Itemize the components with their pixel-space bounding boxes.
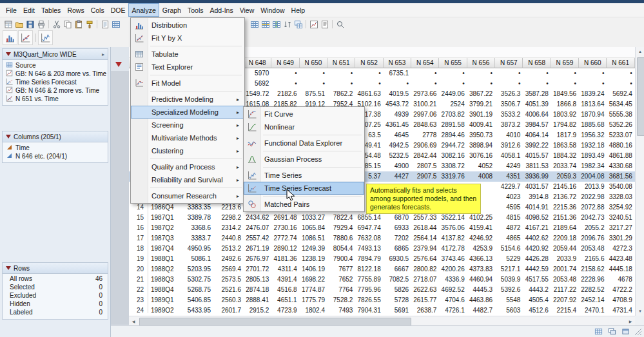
- red-triangle-icon[interactable]: [6, 266, 11, 270]
- data-cell[interactable]: •: [551, 79, 579, 89]
- data-cell[interactable]: 1885.68: [579, 120, 607, 130]
- graph-builder-icon[interactable]: [308, 19, 319, 30]
- menu-item-gaussian-process[interactable]: Gaussian Process: [244, 153, 364, 166]
- data-cell[interactable]: 4023: [495, 192, 523, 202]
- data-cell[interactable]: •: [439, 68, 467, 79]
- data-cell[interactable]: 2282.52: [579, 285, 607, 295]
- data-cell[interactable]: •: [467, 79, 495, 89]
- data-cell[interactable]: 7493.13: [355, 244, 383, 254]
- row-number-cell[interactable]: 24: [129, 305, 148, 313]
- row-number-cell[interactable]: 18: [129, 244, 148, 254]
- data-cell[interactable]: 4645: [384, 130, 411, 140]
- data-cell[interactable]: 6667: [384, 264, 411, 274]
- data-cell[interactable]: 7493: [327, 305, 355, 313]
- menubar-item-doe[interactable]: DOE: [108, 3, 129, 17]
- row-number-cell[interactable]: 23: [129, 295, 148, 305]
- data-cell[interactable]: 3743.46: [439, 254, 467, 264]
- data-cell[interactable]: 4463.86: [467, 295, 495, 305]
- data-cell[interactable]: 7862.2: [327, 89, 355, 99]
- data-cell[interactable]: 2055.2: [579, 223, 607, 233]
- data-cell[interactable]: •: [579, 68, 607, 79]
- distribution-icon[interactable]: [3, 30, 17, 45]
- data-cell[interactable]: 4445.18: [607, 264, 634, 274]
- data-cell[interactable]: 5555.38: [607, 110, 634, 120]
- data-cell[interactable]: •: [327, 79, 355, 89]
- data-cell[interactable]: 2117.22: [551, 285, 579, 295]
- data-cell[interactable]: 2072.88: [579, 202, 607, 213]
- data-cell[interactable]: 3873.2: [495, 120, 523, 130]
- data-cell[interactable]: 5634.45: [607, 99, 634, 110]
- menu-item-nonlinear[interactable]: Nonlinear: [244, 120, 364, 133]
- data-cell[interactable]: 2215.36: [551, 202, 579, 213]
- row-number-cell[interactable]: 17: [129, 233, 148, 244]
- window-icon[interactable]: [620, 327, 631, 337]
- data-cell[interactable]: 4517.55: [523, 274, 551, 285]
- script-icon[interactable]: [319, 19, 330, 30]
- data-cell[interactable]: 2691.48: [271, 213, 299, 223]
- data-cell[interactable]: •: [579, 79, 607, 89]
- data-cell[interactable]: 4330.68: [607, 161, 634, 171]
- data-cell[interactable]: 2564.14: [411, 233, 439, 244]
- data-cell[interactable]: 1794.82: [551, 120, 579, 130]
- data-cell[interactable]: 4723.9: [271, 305, 299, 313]
- sidebar-item-source[interactable]: Source: [6, 61, 106, 70]
- data-cell[interactable]: 7652: [327, 274, 355, 285]
- data-cell[interactable]: 4015.57: [523, 151, 551, 161]
- data-cell[interactable]: 1863.58: [551, 140, 579, 151]
- data-cell[interactable]: 5691: [384, 305, 411, 313]
- column-header-n-653[interactable]: N 653: [384, 58, 411, 68]
- time-cell[interactable]: 1987Q2: [148, 223, 175, 233]
- data-cell[interactable]: 4880.16: [607, 140, 634, 151]
- row-number-cell[interactable]: 16: [129, 223, 148, 233]
- data-cell[interactable]: 2807.5: [411, 161, 439, 171]
- data-cell[interactable]: 2615.77: [411, 295, 439, 305]
- data-cell[interactable]: 1839.24: [579, 89, 607, 99]
- data-cell[interactable]: 4181.36: [271, 254, 299, 264]
- column-header-n-657[interactable]: N 657: [495, 58, 523, 68]
- data-cell[interactable]: 4051.39: [523, 99, 551, 110]
- menu-item-screening[interactable]: Screening▸: [131, 119, 244, 131]
- data-cell[interactable]: 4942.5: [384, 140, 411, 151]
- data-cell[interactable]: 4445.3: [467, 285, 495, 295]
- data-cell[interactable]: 4443.2: [523, 285, 551, 295]
- data-cell[interactable]: 3936.99: [523, 171, 551, 182]
- data-cell[interactable]: 875.51: [300, 89, 327, 99]
- print-icon[interactable]: [35, 19, 46, 30]
- data-cell[interactable]: 2778: [411, 130, 439, 140]
- data-cell[interactable]: 2059.3: [551, 171, 579, 182]
- data-cell[interactable]: 5548: [495, 295, 523, 305]
- data-cell[interactable]: 1817.9: [551, 130, 579, 140]
- data-cell[interactable]: 2701.72: [244, 264, 271, 274]
- data-cell[interactable]: 3301.29: [607, 233, 634, 244]
- data-cell[interactable]: 6933: [384, 223, 411, 233]
- data-cell[interactable]: •: [523, 79, 551, 89]
- column-header-n-656[interactable]: N 656: [467, 58, 495, 68]
- data-cell[interactable]: 2973.66: [411, 89, 439, 99]
- select-cols-icon[interactable]: [271, 19, 282, 30]
- data-cell[interactable]: 2576.64: [411, 254, 439, 264]
- menu-item-time-series-forecast[interactable]: Time Series Forecast: [244, 182, 364, 195]
- data-cell[interactable]: 4373.83: [467, 264, 495, 274]
- data-cell[interactable]: 3383.7: [175, 233, 213, 244]
- data-cell[interactable]: 7764: [327, 285, 355, 295]
- data-cell[interactable]: 4731.4: [607, 305, 634, 313]
- data-cell[interactable]: 2314.2: [213, 223, 244, 233]
- data-cell[interactable]: 2145.16: [551, 182, 579, 192]
- time-cell[interactable]: 1987Q4: [148, 244, 175, 254]
- data-cell[interactable]: 2449.06: [439, 89, 467, 99]
- windows-cascade-icon[interactable]: [606, 327, 618, 337]
- column-header-n-649[interactable]: N 649: [271, 58, 299, 68]
- data-cell[interactable]: 6855.14: [355, 213, 383, 223]
- format-painter-icon[interactable]: [84, 19, 95, 30]
- panel-header[interactable]: M3Quart_Micro WIDE▸: [3, 49, 108, 60]
- data-cell[interactable]: 4137.82: [439, 233, 467, 244]
- row-number-cell[interactable]: 15: [129, 213, 148, 223]
- menu-item-fit-curve[interactable]: Fit Curve: [244, 108, 364, 120]
- data-cell[interactable]: 3319.76: [439, 171, 467, 182]
- row-number-cell[interactable]: 22: [129, 285, 148, 295]
- data-cell[interactable]: 2209.18: [551, 233, 579, 244]
- column-header-n-648[interactable]: N 648: [244, 58, 271, 68]
- data-cell[interactable]: 3254.92: [607, 202, 634, 213]
- menubar-item-add-ins[interactable]: Add-Ins: [206, 3, 236, 17]
- data-cell[interactable]: 5086.1: [175, 254, 213, 264]
